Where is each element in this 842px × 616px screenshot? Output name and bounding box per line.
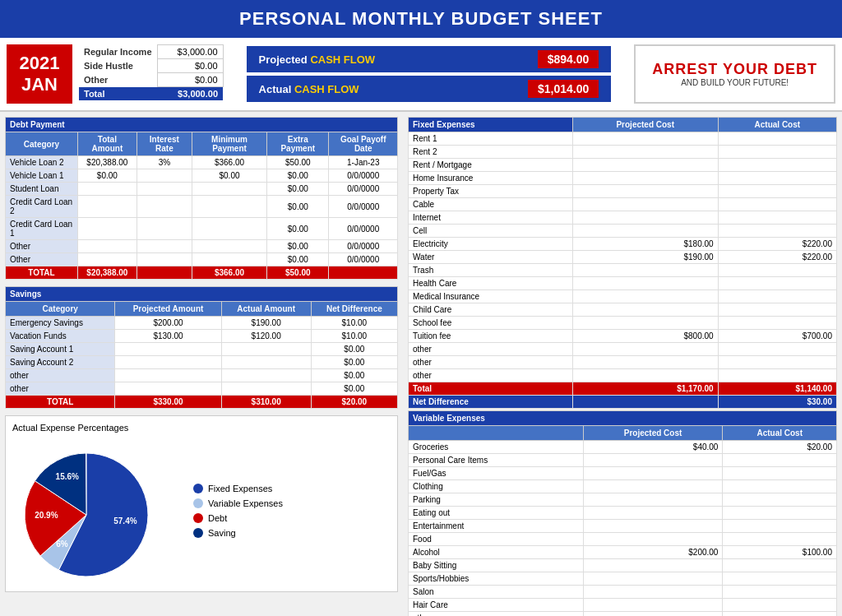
fixed-expense-row: Internet — [409, 211, 837, 225]
actual-cash-flow-row: Actual CASH FLOW $1,014.00 — [247, 76, 612, 102]
fixed-expenses-table: Fixed Expenses Projected Cost Actual Cos… — [408, 117, 837, 409]
variable-expense-row: Food — [409, 533, 837, 546]
top-section: 2021 JAN Regular Income $3,000.00Side Hu… — [0, 38, 842, 112]
legend-item: Saving — [193, 528, 283, 538]
savings-row: Emergency Savings $200.00 $190.00 $10.00 — [6, 317, 398, 330]
debt-row: Credit Card Loan 1 $0.00 0/0/0000 — [6, 218, 398, 240]
fixed-expense-row: other — [409, 356, 837, 369]
chart-title: Actual Expense Percentages — [12, 423, 391, 433]
cash-flow-section: Projected CASH FLOW $894.00 Actual CASH … — [230, 44, 628, 104]
variable-expense-row: Alcohol $200.00 $100.00 — [409, 546, 837, 559]
projected-label: Projected CASH FLOW — [259, 53, 376, 66]
savings-section-header: Savings — [6, 287, 398, 302]
actual-label: Actual CASH FLOW — [259, 83, 359, 95]
fixed-expense-row: Electricity $180.00 $220.00 — [409, 238, 837, 251]
legend-item: Fixed Expenses — [193, 484, 283, 493]
svg-text:20.9%: 20.9% — [35, 511, 58, 520]
variable-expense-row: Sports/Hobbies — [409, 572, 837, 586]
fixed-expense-row: Home Insurance — [409, 172, 837, 185]
svg-text:57.4%: 57.4% — [113, 516, 136, 526]
fixed-expense-row: Cell — [409, 225, 837, 238]
income-label: Regular Income — [79, 45, 157, 59]
variable-expense-row: Salon — [409, 586, 837, 599]
arrest-title: ARREST YOUR DEBT — [652, 61, 817, 78]
var-actual-header: Actual Cost — [723, 426, 837, 441]
year-month: 2021 JAN — [7, 44, 72, 104]
variable-expense-row: Clothing — [409, 480, 837, 493]
fixed-actual-header: Actual Cost — [718, 118, 836, 132]
legend-label: Saving — [208, 528, 236, 538]
savings-row: other $0.00 — [6, 369, 398, 382]
var-projected-header: Projected Cost — [583, 426, 723, 441]
arrest-debt-box: ARREST YOUR DEBT AND BUILD YOUR FUTURE! — [634, 44, 835, 104]
savings-row: Saving Account 2 $0.00 — [6, 356, 398, 369]
fixed-expense-row: Property Tax — [409, 185, 837, 198]
fixed-expense-row: Medical Insurance — [409, 290, 837, 303]
savings-row: Saving Account 1 $0.00 — [6, 343, 398, 356]
income-value: $0.00 — [157, 73, 223, 87]
fixed-expense-row: Child Care — [409, 303, 837, 317]
income-label: Side Hustle — [79, 59, 157, 73]
left-col: Debt Payment CategoryTotal AmountInteres… — [0, 112, 403, 616]
income-value: $0.00 — [157, 59, 223, 73]
variable-expense-row: Eating out — [409, 507, 837, 520]
fixed-expense-row: Health Care — [409, 277, 837, 290]
legend-label: Variable Expenses — [208, 498, 283, 508]
arrest-subtitle: AND BUILD YOUR FUTURE! — [681, 78, 789, 87]
fixed-expense-row: other — [409, 369, 837, 382]
legend-label: Debt — [208, 513, 227, 523]
pie-chart: 57.4%6%20.9%15.6% — [12, 437, 177, 585]
fixed-expense-row: Rent / Mortgage — [409, 159, 837, 172]
debt-row: Credit Card Loan 2 $0.00 0/0/0000 — [6, 196, 398, 218]
income-value: $3,000.00 — [157, 87, 223, 101]
debt-row: Other $0.00 0/0/0000 — [6, 253, 398, 266]
projected-value: $894.00 — [538, 50, 599, 68]
chart-area: Actual Expense Percentages 57.4%6%20.9%1… — [5, 415, 398, 592]
variable-expenses-table: Variable Expenses Projected Cost Actual … — [408, 410, 837, 616]
debt-table: Debt Payment CategoryTotal AmountInteres… — [5, 117, 398, 280]
chart-legend: Fixed Expenses Variable Expenses Debt Sa… — [193, 484, 283, 538]
income-value: $3,000.00 — [157, 45, 223, 59]
income-label: Total — [79, 87, 157, 101]
fixed-expenses-header: Fixed Expenses — [409, 118, 573, 132]
variable-expense-row: Personal Care Items — [409, 454, 837, 467]
main-content: Debt Payment CategoryTotal AmountInteres… — [0, 112, 842, 616]
variable-expense-row: Parking — [409, 493, 837, 507]
savings-total-row: TOTAL $330.00 $310.00 $20.00 — [6, 396, 398, 409]
svg-text:15.6%: 15.6% — [56, 472, 79, 481]
debt-payment-section: Debt Payment CategoryTotal AmountInteres… — [5, 117, 398, 280]
legend-dot — [193, 513, 203, 523]
fixed-total-row: Total $1,170.00 $1,140.00 — [409, 382, 837, 396]
debt-row: Other $0.00 0/0/0000 — [6, 240, 398, 253]
fixed-expense-row: School fee — [409, 317, 837, 330]
legend-item: Variable Expenses — [193, 498, 283, 508]
fixed-expense-row: Rent 1 — [409, 132, 837, 146]
month-label: JAN — [19, 74, 60, 95]
savings-row: other $0.00 — [6, 382, 398, 396]
fixed-expense-row: Rent 2 — [409, 146, 837, 159]
debt-total-row: TOTAL $20,388.00 $366.00 $50.00 — [6, 266, 398, 280]
variable-expense-row: Fuel/Gas — [409, 467, 837, 480]
legend-dot — [193, 498, 203, 508]
fixed-expense-row: Water $190.00 $220.00 — [409, 251, 837, 264]
savings-section: Savings CategoryProjected AmountActual A… — [5, 286, 398, 409]
legend-item: Debt — [193, 513, 283, 523]
fixed-expense-row: other — [409, 343, 837, 356]
chart-content: 57.4%6%20.9%15.6% Fixed Expenses Variabl… — [12, 437, 391, 585]
main-container: PERSONAL MONTHLY BUDGET SHEET 2021 JAN R… — [0, 0, 842, 616]
legend-label: Fixed Expenses — [208, 484, 272, 493]
right-col: Fixed Expenses Projected Cost Actual Cos… — [403, 112, 842, 616]
fixed-expense-row: Cable — [409, 198, 837, 211]
variable-expense-row: Hair Care — [409, 599, 837, 612]
debt-row: Vehicle Loan 2 $20,388.00 3% $366.00 $50… — [6, 156, 398, 169]
fixed-expense-row: Trash — [409, 264, 837, 277]
fixed-net-row: Net Difference $30.00 — [409, 396, 837, 409]
var-cat-header — [409, 426, 584, 441]
fixed-projected-header: Projected Cost — [572, 118, 718, 132]
variable-expense-row: Groceries $40.00 $20.00 — [409, 441, 837, 454]
debt-row: Student Loan $0.00 0/0/0000 — [6, 183, 398, 196]
actual-value: $1,014.00 — [528, 80, 599, 98]
debt-section-header: Debt Payment — [6, 118, 398, 132]
fixed-expense-row: Tuition fee $800.00 $700.00 — [409, 330, 837, 343]
legend-dot — [193, 484, 203, 493]
